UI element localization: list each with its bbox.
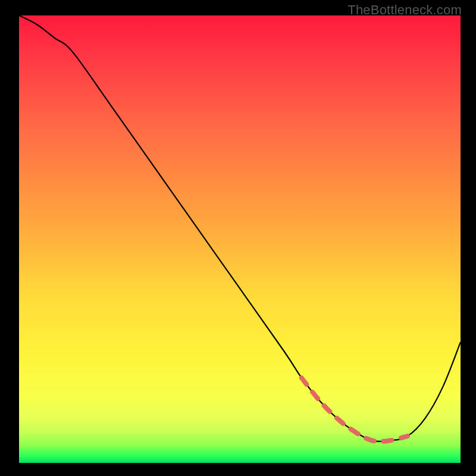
bottleneck-curve [19,15,461,441]
chart-frame: TheBottleneck.com [0,0,476,476]
highlight-dash [302,378,408,441]
curve-svg [19,15,461,463]
plot-area [19,15,461,463]
